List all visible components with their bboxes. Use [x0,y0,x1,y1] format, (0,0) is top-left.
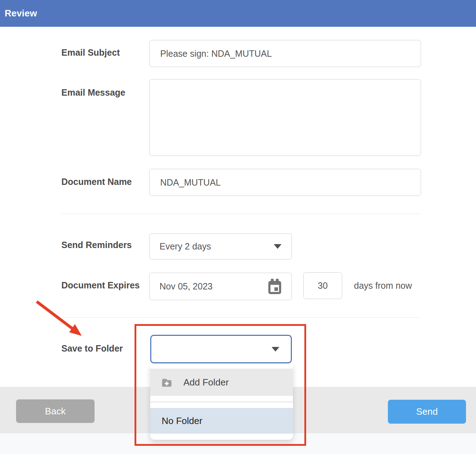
menu-spacer [150,364,293,369]
email-message-textarea[interactable] [149,79,421,156]
expires-days-input[interactable] [303,272,342,299]
chevron-down-icon [272,347,279,352]
days-from-now-text: days from now [354,281,412,291]
email-subject-label: Email Subject [61,47,120,58]
document-expires-label: Document Expires [61,280,140,291]
chevron-down-icon [274,244,282,249]
menu-item-no-folder[interactable]: No Folder [150,408,293,434]
save-to-folder-select[interactable] [150,335,292,363]
divider [61,214,421,214]
review-screen: Review Email Subject Email Message Docum… [0,0,476,454]
divider [61,317,421,318]
page-title: Review [5,8,37,19]
save-to-folder-label: Save to Folder [61,343,123,354]
document-expires-date-input[interactable]: Nov 05, 2023 [149,273,292,300]
header: Review [0,0,476,27]
send-reminders-select[interactable]: Every 2 days [149,233,292,259]
folder-plus-icon [162,378,172,387]
menu-item-add-folder[interactable]: Add Folder [150,369,293,396]
menu-divider [150,396,293,408]
document-expires-date-value: Nov 05, 2023 [159,281,213,292]
menu-item-label: Add Folder [183,377,229,388]
back-button[interactable]: Back [16,399,95,423]
send-reminders-value: Every 2 days [159,241,211,252]
calendar-icon[interactable] [268,279,282,294]
menu-item-label: No Folder [162,415,202,427]
document-name-input[interactable] [149,169,421,196]
send-button[interactable]: Send [388,400,466,424]
send-reminders-label: Send Reminders [61,240,132,250]
email-subject-input[interactable] [149,40,421,67]
document-name-label: Document Name [61,177,132,187]
email-message-label: Email Message [61,87,125,98]
folder-dropdown-menu: Add Folder No Folder [150,364,293,440]
